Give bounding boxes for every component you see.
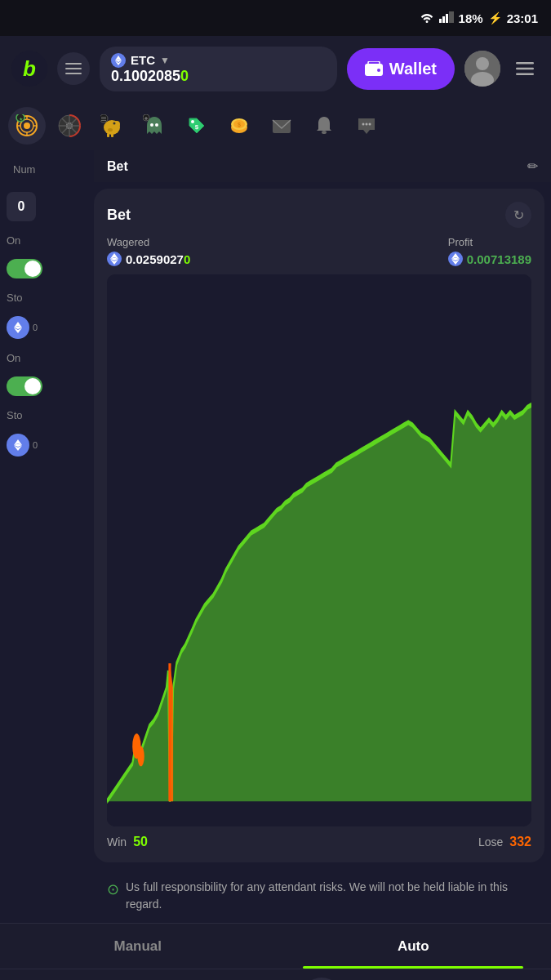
left-panel: Num 0 On Sto (0, 150, 94, 923)
lose-value: 332 (509, 835, 531, 849)
svg-rect-36 (101, 117, 106, 118)
status-bar: 18% ⚡ 23:01 (0, 0, 551, 36)
svg-text:★: ★ (19, 117, 23, 122)
nav-icon-chat[interactable] (348, 107, 385, 145)
nav-icon-coin[interactable]: $ (220, 107, 258, 145)
svg-text:$: $ (238, 122, 241, 128)
tabs-bar: Manual Auto (0, 923, 551, 969)
svg-rect-2 (446, 14, 448, 23)
svg-point-23 (24, 122, 30, 129)
wagered-block: Wagered 0.02590270 (107, 236, 190, 266)
wagered-label: Wagered (107, 236, 190, 248)
nav-icon-piggy[interactable] (93, 107, 131, 145)
win-section: Win 50 (107, 835, 148, 849)
wallet-button[interactable]: Wallet (347, 48, 455, 90)
nav-help[interactable] (485, 978, 526, 981)
svg-rect-38 (101, 120, 106, 121)
svg-point-39 (150, 123, 153, 127)
etc-label: ETC (131, 53, 155, 67)
etc-icon (111, 53, 126, 68)
win-label: Win (107, 835, 127, 849)
refresh-button[interactable]: ↻ (505, 202, 531, 228)
etc-balance[interactable]: ETC ▼ 0.10020850 (100, 47, 337, 91)
disclaimer-partial: Us (126, 880, 140, 893)
win-value: 50 (133, 835, 148, 849)
stats-row: Wagered 0.02590270 (107, 236, 531, 266)
svg-point-52 (369, 123, 371, 126)
tab-auto[interactable]: Auto (276, 924, 552, 969)
svg-rect-4 (451, 11, 454, 23)
nav-acorn[interactable] (393, 978, 433, 981)
svg-rect-5 (65, 63, 82, 65)
bet-header-label: Bet (107, 159, 128, 174)
hamburger-button[interactable] (510, 54, 540, 83)
wagered-coin-icon (107, 252, 122, 266)
balance-amount: 0.10020850 (111, 68, 189, 85)
nav-snake[interactable] (301, 978, 342, 981)
svg-point-32 (113, 122, 116, 125)
svg-rect-0 (439, 19, 442, 23)
stop-label-1: Sto (7, 292, 23, 304)
nav-volume[interactable] (118, 978, 158, 981)
on-label-1: On (7, 234, 20, 247)
tab-auto-label: Auto (398, 938, 429, 955)
svg-point-14 (377, 69, 380, 72)
wagered-value: 0.02590270 (126, 252, 190, 266)
stop-label-2: Sto (7, 409, 23, 421)
nav-music[interactable] (25, 978, 66, 981)
svg-point-31 (108, 128, 113, 131)
toggle-on-2[interactable] (7, 376, 42, 396)
svg-point-76 (137, 746, 144, 767)
svg-text:$: $ (195, 123, 199, 131)
svg-rect-37 (101, 118, 106, 119)
tab-active-indicator (303, 966, 523, 969)
eth-badge-2 (7, 434, 29, 457)
nav-icon-tag[interactable]: $ (178, 107, 216, 145)
nav-icon-ghost[interactable] (136, 107, 173, 145)
svg-point-16 (476, 57, 489, 70)
logo-letter: b (23, 56, 36, 82)
disclaimer: ⊙ Us full responsibility for any attenda… (94, 869, 551, 923)
status-icons: 18% ⚡ 23:01 (420, 11, 538, 25)
tab-manual-label: Manual (113, 938, 162, 955)
svg-point-50 (362, 123, 365, 126)
nav-icons-row: ★ (0, 101, 551, 150)
disclaimer-text: full responsibility for any attendant ri… (126, 880, 508, 911)
nav-icon-mail[interactable] (263, 107, 300, 145)
bottom-nav (0, 969, 551, 980)
svg-rect-7 (65, 73, 82, 74)
bet-card: Bet ↻ Wagered (94, 189, 544, 862)
chart-container (107, 274, 531, 826)
chevron-down-icon: ▼ (160, 55, 170, 66)
profit-label: Profit (448, 236, 531, 248)
logo[interactable]: b (11, 51, 47, 87)
num-label: Num (13, 163, 35, 176)
bet-card-header: Bet ↻ (107, 202, 531, 228)
on-label-2: On (7, 352, 20, 364)
tab-manual[interactable]: Manual (0, 924, 276, 969)
svg-marker-9 (115, 56, 118, 60)
bet-header-bar: Bet ✏ (94, 150, 551, 182)
nav-lightning[interactable] (209, 978, 250, 981)
nav-icon-wheel[interactable] (51, 107, 88, 145)
svg-rect-1 (442, 16, 445, 23)
svg-marker-8 (118, 56, 122, 60)
svg-point-49 (322, 131, 327, 134)
svg-point-40 (155, 123, 158, 127)
eth-badge-1 (7, 316, 29, 339)
toggle-on-1[interactable] (7, 259, 42, 278)
menu-button[interactable] (57, 52, 90, 85)
signal-icon (439, 11, 454, 25)
lose-section: Lose 332 (478, 835, 531, 849)
battery-icon: ⚡ (488, 11, 502, 24)
nav-icon-bell[interactable] (305, 107, 343, 145)
header: b ETC ▼ 0.10020850 (0, 36, 551, 101)
avatar[interactable] (464, 51, 500, 87)
nav-icon-target[interactable]: ★ (8, 107, 46, 145)
disclaimer-icon: ⊙ (107, 880, 119, 898)
svg-point-42 (191, 120, 194, 123)
edit-icon[interactable]: ✏ (527, 158, 538, 174)
profit-value: 0.00713189 (467, 252, 531, 266)
main-area: Num 0 On Sto (0, 150, 551, 923)
zero-value: 0 (7, 192, 36, 221)
